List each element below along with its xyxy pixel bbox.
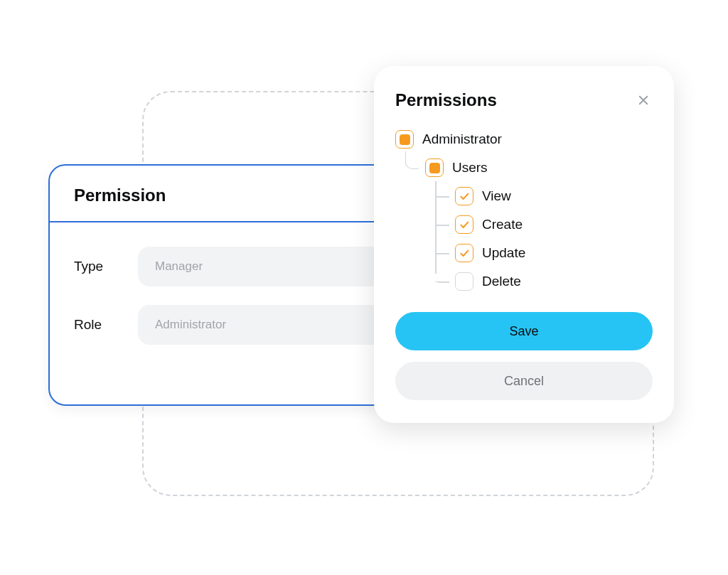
- cancel-button[interactable]: Cancel: [395, 362, 653, 400]
- tree-node-create[interactable]: Create: [455, 215, 653, 234]
- check-icon: [459, 219, 470, 230]
- permissions-modal: Permissions Administrator Users: [374, 66, 674, 423]
- tree-label-create: Create: [482, 217, 523, 232]
- check-icon: [459, 190, 470, 202]
- tree-label-users: Users: [452, 160, 488, 176]
- checkbox-create[interactable]: [455, 215, 473, 234]
- checkbox-administrator[interactable]: [395, 130, 414, 149]
- role-input-value: Administrator: [155, 318, 226, 332]
- check-icon: [459, 247, 470, 259]
- tree-label-delete: Delete: [482, 274, 521, 289]
- checkbox-view[interactable]: [455, 187, 473, 205]
- role-label: Role: [74, 317, 138, 333]
- checkbox-delete[interactable]: [455, 272, 473, 291]
- save-button-label: Save: [509, 324, 538, 339]
- tree-node-users[interactable]: Users: [425, 158, 653, 177]
- role-field-row: Role Administrator: [74, 305, 421, 345]
- type-label: Type: [74, 259, 138, 274]
- checkbox-update[interactable]: [455, 244, 473, 262]
- tree-label-update: Update: [482, 245, 525, 261]
- type-input-value: Manager: [155, 259, 203, 274]
- tree-label-view: View: [482, 188, 511, 204]
- permissions-modal-header: Permissions: [395, 90, 653, 110]
- close-icon: [637, 94, 650, 107]
- checkbox-users[interactable]: [425, 158, 444, 177]
- tree-node-administrator[interactable]: Administrator: [395, 130, 653, 149]
- tree-node-delete[interactable]: Delete: [455, 272, 653, 291]
- tree-node-update[interactable]: Update: [455, 244, 653, 262]
- type-field-row: Type Manager: [74, 247, 421, 286]
- permission-tree: Administrator Users View: [395, 130, 653, 291]
- permission-card-title: Permission: [74, 186, 421, 205]
- close-button[interactable]: [634, 91, 653, 109]
- permissions-modal-title: Permissions: [395, 90, 497, 110]
- tree-label-administrator: Administrator: [422, 131, 502, 147]
- tree-node-view[interactable]: View: [455, 187, 653, 205]
- save-button[interactable]: Save: [395, 312, 653, 350]
- cancel-button-label: Cancel: [504, 374, 544, 389]
